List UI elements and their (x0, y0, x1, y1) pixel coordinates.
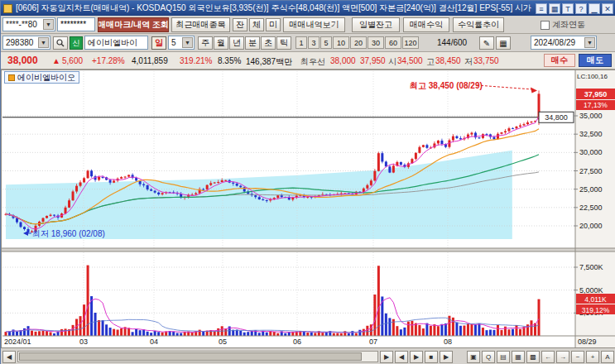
candle (455, 136, 458, 138)
volume-bar (199, 330, 201, 336)
filter-unfilled-button[interactable]: 미 (266, 18, 281, 31)
volume-axis-label: 5,000K (579, 286, 603, 295)
filter-filled-button[interactable]: 체 (249, 18, 264, 31)
period-button[interactable]: 초 (261, 36, 276, 50)
price-chart[interactable]: 34,800최고 38,450 (08/29)최저 18,960 (02/08)… (1, 69, 615, 348)
date-select[interactable]: 2024/08/29 ▼ (531, 36, 597, 50)
edit-icon[interactable]: ✎ (479, 36, 494, 50)
titlebar[interactable]: [0606] 자동일지차트(매매내역) - KOSDAQ150 외국인보유[3,… (1, 1, 615, 16)
volume-bar (147, 332, 149, 336)
candle (522, 124, 525, 125)
chevron-down-icon[interactable]: ▼ (43, 19, 54, 30)
auto-scale-icon[interactable]: A (601, 351, 614, 363)
nav-right-icon[interactable]: ▶ (410, 351, 423, 363)
period-button[interactable]: 년 (229, 36, 244, 50)
account-select[interactable]: ****-**80 ▼ (2, 17, 55, 31)
chevron-down-icon[interactable]: ▼ (182, 37, 193, 48)
candle (512, 128, 514, 129)
minute-button[interactable]: 5 (320, 36, 332, 49)
help-icon[interactable]: ? (575, 3, 587, 14)
trade-profit-button[interactable]: 매매수익 (403, 17, 449, 32)
list-icon[interactable]: ▤ (497, 351, 510, 363)
minute-button[interactable]: 20 (350, 36, 367, 49)
account-link-label: 계좌연동 (552, 20, 585, 29)
pan-right-icon[interactable]: → (556, 351, 569, 363)
minute-button[interactable]: 120 (402, 36, 419, 49)
daily-balance-button[interactable]: 일별잔고 (352, 17, 400, 32)
account-link-checkbox[interactable] (541, 21, 550, 30)
buy-button[interactable]: 매수 (544, 54, 575, 67)
minute-button[interactable]: 1 (295, 36, 307, 49)
minute-button[interactable]: 10 (333, 36, 349, 49)
candle (459, 138, 462, 139)
recent-trades-button[interactable]: 최근매매종목 (171, 17, 230, 32)
stock-search-button[interactable] (53, 36, 68, 50)
candle (79, 182, 82, 185)
scroll-right-button[interactable]: ▶ (380, 351, 393, 363)
filter-balance-button[interactable]: 잔 (233, 18, 247, 31)
volume-bar (437, 326, 440, 336)
scrollbar-thumb[interactable] (19, 352, 362, 361)
scroll-left-button[interactable]: ◀ (2, 351, 16, 363)
zoom-search-icon[interactable]: Q (482, 351, 495, 363)
chart-style-icon[interactable]: ▣ (467, 351, 480, 363)
minute-button[interactable]: 3 (308, 36, 320, 49)
volume-bar (154, 331, 156, 336)
candle (120, 177, 123, 179)
trade-mark-query-button[interactable]: 매매마크/내역 조회 (98, 17, 169, 32)
volume-bar (440, 324, 443, 336)
stock-code-input[interactable]: 298380 ▼ (2, 36, 50, 50)
chart-settings-icon[interactable]: ▦ (496, 36, 511, 50)
open-price: 34,500 (397, 56, 423, 65)
chevron-down-icon[interactable]: ▼ (38, 37, 49, 48)
zoom-in-icon[interactable]: + (586, 351, 599, 363)
x-axis-label: 06 (293, 338, 301, 346)
grid-icon[interactable]: ▦ (549, 3, 560, 14)
period-day-button[interactable]: 일 (151, 36, 166, 50)
stock-name-box: 에이비엘바이 (84, 36, 148, 50)
x-axis-label: 03 (79, 338, 88, 346)
period-button[interactable]: 주 (198, 36, 213, 50)
volume-bar (418, 325, 420, 336)
volume-bar (306, 333, 309, 336)
period-button[interactable]: 틱 (276, 36, 291, 50)
profit-trend-button[interactable]: 수익률추이 (453, 17, 504, 32)
minute-button[interactable]: 30 (368, 36, 384, 49)
password-field[interactable] (57, 17, 95, 31)
period-button[interactable]: 월 (214, 36, 228, 50)
close-icon[interactable]: ✕ (602, 3, 613, 14)
nav-play-icon[interactable]: ▶ (440, 351, 453, 363)
candle (16, 218, 18, 222)
minimize-icon[interactable]: ▁ (589, 3, 600, 14)
period-button[interactable]: 분 (245, 36, 260, 50)
period-buttons: 주월년분초틱 (198, 36, 291, 50)
lc-indicator: LC:100,16 (577, 73, 608, 80)
pattern-icon[interactable]: ▩ (526, 351, 540, 363)
menu-icon[interactable]: ≡ (536, 3, 547, 14)
volume-bar (400, 329, 402, 336)
period-value-select[interactable]: 5 ▼ (168, 36, 195, 50)
trade-history-button[interactable]: 매매내역보기 (283, 17, 345, 32)
nav-stop-icon[interactable]: ■ (425, 351, 438, 363)
ticker-icon[interactable]: T (562, 3, 574, 14)
minute-button[interactable]: 60 (385, 36, 401, 49)
account-link-toggle[interactable]: 계좌연동 (541, 19, 585, 31)
chart-scrollbar[interactable] (17, 351, 378, 362)
grid-view-icon[interactable]: ▦ (512, 351, 525, 363)
account-number: ****-**80 (6, 20, 37, 29)
volume-bar (430, 326, 432, 336)
pan-left-icon[interactable]: ← (541, 351, 555, 363)
candle (20, 223, 22, 228)
chevron-down-icon[interactable]: ▼ (584, 37, 595, 48)
change-percent: +17.28% (92, 56, 125, 65)
period-value: 5 (171, 38, 176, 47)
zoom-out-icon[interactable]: − (571, 351, 584, 363)
candle (504, 131, 507, 132)
sell-button[interactable]: 매도 (579, 54, 612, 67)
nav-left-icon[interactable]: ◀ (395, 351, 408, 363)
volume-bar (161, 333, 164, 336)
chart-stock-tab[interactable]: 에이비엘바이오 (4, 71, 79, 84)
candle (385, 161, 387, 166)
candle (415, 153, 417, 159)
current-volume-marker: 4,011K (584, 295, 607, 304)
